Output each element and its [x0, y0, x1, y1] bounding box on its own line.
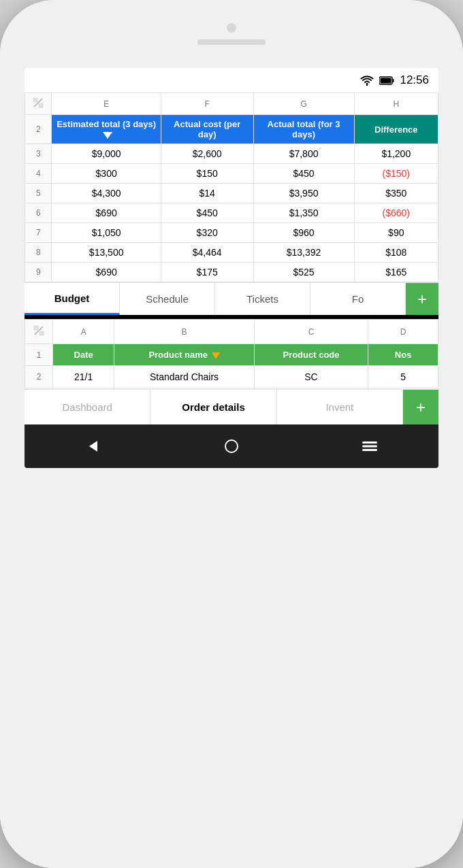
tab-budget[interactable]: Budget	[25, 283, 120, 315]
col-header-g: G	[253, 93, 354, 115]
cell-e: $690	[52, 263, 161, 282]
svg-rect-5	[39, 103, 43, 107]
bottom-header-date: Date	[53, 344, 114, 366]
col-header-h: H	[354, 93, 438, 115]
row-2-num: 2	[25, 115, 52, 144]
top-spreadsheet: E F G H 2 Estimated total (3 days) Actua…	[25, 93, 438, 282]
svg-marker-10	[212, 352, 220, 359]
cell-e: $690	[52, 203, 161, 223]
bottom-col-header-a: A	[53, 320, 114, 344]
nav-back-button[interactable]	[81, 434, 106, 458]
status-time: 12:56	[400, 73, 429, 87]
header-actual-cost: Actual cost (per day)	[161, 115, 253, 144]
svg-rect-13	[362, 441, 377, 444]
bottom-col-header-d: D	[368, 320, 438, 344]
cell-h: $108	[354, 243, 438, 263]
tab-tickets[interactable]: Tickets	[215, 283, 310, 315]
row-num-cell: 9	[25, 263, 52, 282]
cell-f: $4,464	[161, 243, 253, 263]
row-num-cell: 6	[25, 203, 52, 223]
cell-g: $1,350	[253, 203, 354, 223]
top-table-row: 7 $1,050 $320 $960 $90	[25, 223, 438, 243]
row-num-cell: 3	[25, 144, 52, 164]
cell-g: $450	[253, 164, 354, 184]
cell-h: $1,200	[354, 144, 438, 164]
cell-g: $13,392	[253, 243, 354, 263]
cell-e: $1,050	[52, 223, 161, 243]
cell-a: 21/1	[53, 366, 114, 388]
cell-f: $450	[161, 203, 253, 223]
bottom-corner-cell	[25, 320, 53, 344]
bottom-spreadsheet: A B C D 1 Date Product name Product code	[25, 319, 438, 389]
cell-h: $165	[354, 263, 438, 282]
cell-e: $9,000	[52, 144, 161, 164]
phone-top-bar	[0, 0, 463, 68]
cell-h: $350	[354, 184, 438, 203]
corner-cell	[25, 93, 52, 115]
screen: 12:56 E F	[25, 68, 438, 468]
cell-d: 5	[368, 366, 438, 388]
row-num-cell: 8	[25, 243, 52, 263]
status-bar: 12:56	[25, 68, 438, 93]
bottom-col-header-c: C	[254, 320, 368, 344]
row-num-cell: 5	[25, 184, 52, 203]
wifi-icon	[360, 76, 374, 86]
svg-rect-1	[393, 79, 394, 82]
cell-g: $960	[253, 223, 354, 243]
svg-rect-8	[34, 326, 38, 330]
cell-h: ($150)	[354, 164, 438, 184]
header-actual-total: Actual total (for 3 days)	[253, 115, 354, 144]
nav-home-button[interactable]	[219, 434, 244, 458]
cell-e: $4,300	[52, 184, 161, 203]
cell-h: ($660)	[354, 203, 438, 223]
top-table-row: 8 $13,500 $4,464 $13,392 $108	[25, 243, 438, 263]
tab-schedule[interactable]: Schedule	[120, 283, 215, 315]
add-sheet-top-button[interactable]: +	[406, 283, 438, 315]
svg-marker-11	[89, 441, 97, 452]
bottom-header-product-name: Product name	[114, 344, 255, 366]
cell-f: $2,600	[161, 144, 253, 164]
header-estimated-total: Estimated total (3 days)	[52, 115, 161, 144]
bottom-col-header-b: B	[114, 320, 255, 344]
app-tab-order-details[interactable]: Order details	[150, 390, 276, 424]
app-tabs-bottom: Dashboard Order details Invent +	[25, 389, 438, 424]
svg-rect-9	[39, 331, 44, 335]
tab-fo[interactable]: Fo	[310, 283, 406, 315]
svg-rect-15	[362, 449, 377, 451]
top-table-row: 5 $4,300 $14 $3,950 $350	[25, 184, 438, 203]
svg-marker-6	[103, 132, 112, 139]
app-tab-dashboard[interactable]: Dashboard	[25, 390, 150, 424]
bottom-header-nos: Nos	[368, 344, 438, 366]
app-tab-invent[interactable]: Invent	[277, 390, 403, 424]
cell-f: $14	[161, 184, 253, 203]
col-header-e: E	[52, 93, 161, 115]
svg-rect-2	[381, 78, 392, 83]
sheet-tabs-top: Budget Schedule Tickets Fo +	[25, 282, 438, 315]
top-table-row: 3 $9,000 $2,600 $7,800 $1,200	[25, 144, 438, 164]
row-num-cell: 4	[25, 164, 52, 184]
cell-f: $150	[161, 164, 253, 184]
cell-e: $300	[52, 164, 161, 184]
cell-b: Standard Chairs	[114, 366, 255, 388]
cell-g: $3,950	[253, 184, 354, 203]
add-app-tab-button[interactable]: +	[403, 390, 438, 424]
cell-g: $525	[253, 263, 354, 282]
row-num-cell: 7	[25, 223, 52, 243]
row-num-cell: 2	[25, 366, 53, 388]
battery-icon	[379, 76, 394, 85]
svg-rect-4	[33, 98, 37, 102]
top-table-row: 9 $690 $175 $525 $165	[25, 263, 438, 282]
top-table-row: 6 $690 $450 $1,350 ($660)	[25, 203, 438, 223]
row-1-num: 1	[25, 344, 53, 366]
col-header-f: F	[161, 93, 253, 115]
bottom-header-product-code: Product code	[254, 344, 368, 366]
camera-dot	[227, 23, 236, 33]
phone-bottom-bar	[0, 468, 463, 868]
nav-bar	[25, 424, 438, 468]
cell-g: $7,800	[253, 144, 354, 164]
nav-menu-button[interactable]	[357, 434, 382, 458]
phone-frame: 12:56 E F	[0, 0, 463, 868]
cell-e: $13,500	[52, 243, 161, 263]
speaker-bar	[197, 39, 266, 45]
cell-h: $90	[354, 223, 438, 243]
